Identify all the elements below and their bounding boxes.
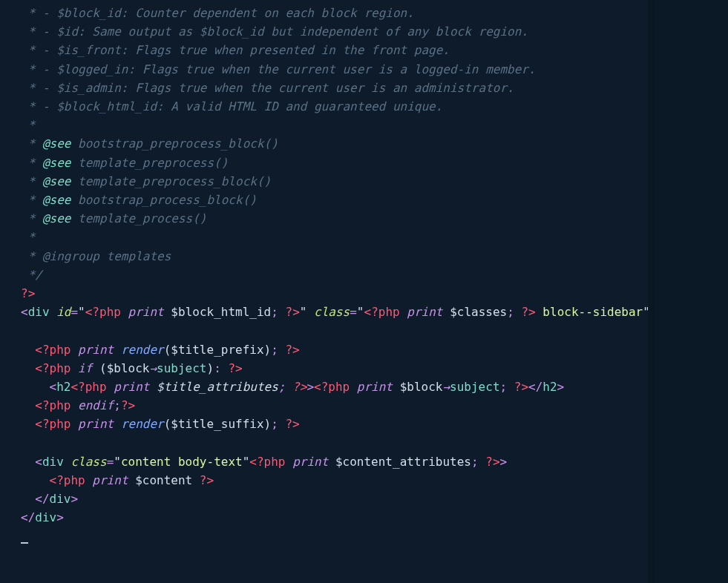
quote: " xyxy=(78,305,85,319)
tag-div: div xyxy=(35,510,56,524)
keyword-if: if xyxy=(78,361,92,375)
keyword-print: print xyxy=(357,380,393,394)
arrow-operator: → xyxy=(149,361,157,375)
keyword-print: print xyxy=(407,305,442,319)
keyword-print: print xyxy=(92,473,128,487)
tag-div: div xyxy=(50,492,71,506)
see-target: template_process() xyxy=(70,211,206,225)
tag-slash: / xyxy=(536,380,543,394)
comment-line: * - $id: Same output as $block_id but in… xyxy=(21,24,528,39)
tag-close-bracket: > xyxy=(306,380,314,394)
var-block-html-id: $block_html_id xyxy=(171,305,271,319)
php-close: ?> xyxy=(285,417,299,431)
keyword-print: print xyxy=(78,343,114,357)
space xyxy=(50,305,57,319)
semicolon: ; xyxy=(507,305,514,319)
tag-div: div xyxy=(42,455,64,469)
semicolon: ; xyxy=(271,305,278,319)
lparen: ( xyxy=(164,417,171,431)
var-block: $block xyxy=(400,380,443,394)
semicolon: ; xyxy=(271,417,278,431)
quote: " xyxy=(300,305,307,319)
attr-class: class xyxy=(70,455,106,469)
tag-open-bracket: < xyxy=(21,510,28,524)
php-close: ?> xyxy=(228,361,242,375)
php-open: <?php xyxy=(50,473,85,487)
prop-subject: subject xyxy=(157,361,206,375)
attr-id: id xyxy=(56,305,70,319)
php-open: <?php xyxy=(35,361,70,375)
comment-end: */ xyxy=(21,268,42,282)
tag-open-bracket: < xyxy=(21,305,28,319)
func-render: render xyxy=(121,343,164,357)
equals: = xyxy=(70,305,78,319)
quote: " xyxy=(243,455,250,469)
semicolon: ; xyxy=(471,455,479,469)
see-prefix: * xyxy=(21,174,42,188)
minimap-panel[interactable] xyxy=(655,0,728,583)
see-target: template_preprocess_block() xyxy=(70,174,271,188)
keyword-print: print xyxy=(78,417,114,431)
lparen: ( xyxy=(99,361,107,375)
var-content-attributes: $content_attributes xyxy=(335,455,471,469)
see-target: bootstrap_preprocess_block() xyxy=(70,136,278,151)
string-content-body: content body-text xyxy=(121,455,243,469)
text-cursor xyxy=(21,542,28,544)
arrow-operator: → xyxy=(442,380,450,394)
tag-close-bracket: > xyxy=(70,492,78,506)
tag-close-bracket: > xyxy=(56,510,64,524)
comment-line: * @ingroup templates xyxy=(21,249,171,263)
see-prefix: * xyxy=(21,136,42,151)
comment-line: * xyxy=(21,230,35,244)
comment-line: * - $block_html_id: A valid HTML ID and … xyxy=(21,99,442,113)
keyword-print: print xyxy=(128,305,164,319)
equals: = xyxy=(350,305,357,319)
php-close: ?> xyxy=(200,473,214,487)
keyword-print: print xyxy=(114,380,149,394)
php-close: ?> xyxy=(286,305,300,319)
var-content: $content xyxy=(135,473,192,487)
php-open: <?php xyxy=(85,305,121,319)
keyword-print: print xyxy=(292,455,328,469)
equals: = xyxy=(107,455,114,469)
see-target: bootstrap_process_block() xyxy=(70,193,256,207)
code-editor[interactable]: * - $block_id: Counter dependent on each… xyxy=(0,0,648,583)
var-title-attributes: $title_attributes xyxy=(157,380,278,394)
php-open: <?php xyxy=(35,417,70,431)
semicolon: ; xyxy=(271,343,278,357)
rparen: ) xyxy=(264,417,272,431)
prop-subject: subject xyxy=(450,380,499,394)
lparen: ( xyxy=(164,343,171,357)
tag-close-bracket: > xyxy=(500,455,508,469)
tag-close-bracket: > xyxy=(557,380,565,394)
php-open: <?php xyxy=(249,455,285,469)
php-close: ?> xyxy=(514,380,528,394)
php-open: <?php xyxy=(35,398,70,412)
rparen: ) xyxy=(264,343,272,357)
php-open: <?php xyxy=(70,380,106,394)
comment-line: * - $logged_in: Flags true when the curr… xyxy=(21,62,536,76)
comment-line: * xyxy=(21,118,35,132)
doc-tag-see: @see xyxy=(42,156,71,170)
var-title-suffix: $title_suffix xyxy=(171,417,263,431)
comment-line: * - $is_front: Flags true when presented… xyxy=(21,43,450,57)
see-prefix: * xyxy=(21,193,42,207)
attr-class: class xyxy=(314,305,350,319)
see-prefix: * xyxy=(21,211,42,225)
php-close-tag: ?> xyxy=(21,286,35,300)
php-close: ?> xyxy=(485,455,499,469)
php-close: ?> xyxy=(121,398,135,412)
tag-slash: / xyxy=(42,492,50,506)
semicolon: ; xyxy=(500,380,508,394)
php-open: <?php xyxy=(364,305,400,319)
tag-open-bracket: < xyxy=(50,380,57,394)
var-title-prefix: $title_prefix xyxy=(171,343,263,357)
tag-slash: / xyxy=(28,510,36,524)
tag-h2: h2 xyxy=(542,380,557,394)
see-prefix: * xyxy=(21,156,42,170)
doc-tag-see: @see xyxy=(42,193,71,207)
doc-tag-see: @see xyxy=(42,174,71,188)
tag-open-bracket: < xyxy=(35,492,42,506)
quote: " xyxy=(357,305,364,319)
tag-open-bracket: < xyxy=(35,455,42,469)
